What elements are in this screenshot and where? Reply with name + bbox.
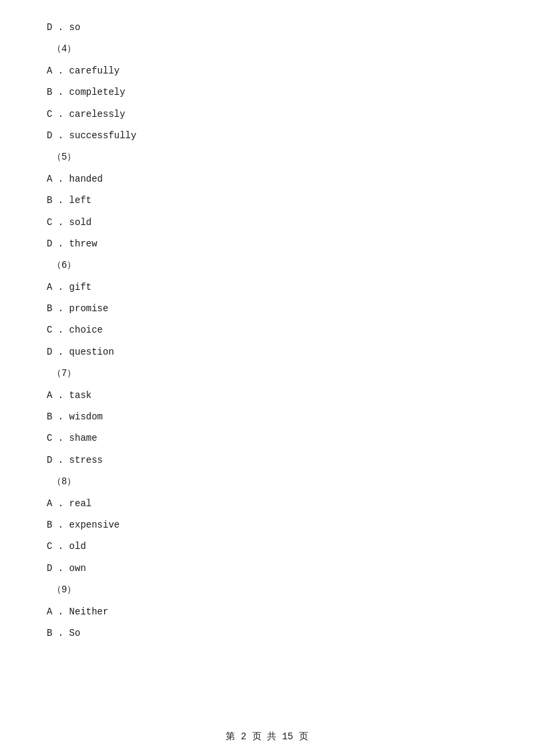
option-c-shame: C . shame	[47, 431, 487, 445]
option-a-carefully: A . carefully	[47, 63, 487, 78]
option-b-left: B . left	[47, 193, 487, 208]
option-a-real: A . real	[47, 496, 487, 511]
option-a-task: A . task	[47, 388, 487, 403]
section-4: （4）	[52, 41, 487, 56]
page-footer: 第 2 页 共 15 页	[0, 731, 534, 743]
option-d-successfully: D . successfully	[47, 128, 487, 143]
section-8: （8）	[52, 474, 487, 489]
section-5: （5）	[52, 150, 487, 164]
section-7: （7）	[52, 366, 487, 381]
option-c-old: C . old	[47, 539, 487, 554]
page-content: D . so （4） A . carefully B . completely …	[0, 0, 534, 687]
section-6: （6）	[52, 258, 487, 272]
option-b-so-last: B . So	[47, 626, 487, 640]
option-c-sold: C . sold	[47, 215, 487, 230]
option-c-carelessly: C . carelessly	[47, 107, 487, 122]
option-b-expensive: B . expensive	[47, 518, 487, 532]
option-a-neither: A . Neither	[47, 604, 487, 619]
option-d-so: D . so	[47, 20, 487, 35]
option-b-promise: B . promise	[47, 301, 487, 316]
option-d-threw: D . threw	[47, 236, 487, 251]
option-d-stress: D . stress	[47, 453, 487, 467]
option-c-choice: C . choice	[47, 323, 487, 337]
option-a-gift: A . gift	[47, 280, 487, 295]
option-b-wisdom: B . wisdom	[47, 409, 487, 424]
option-a-handed: A . handed	[47, 172, 487, 186]
option-d-own: D . own	[47, 561, 487, 576]
option-d-question: D . question	[47, 345, 487, 359]
section-9: （9）	[52, 582, 487, 597]
option-b-completely: B . completely	[47, 85, 487, 100]
